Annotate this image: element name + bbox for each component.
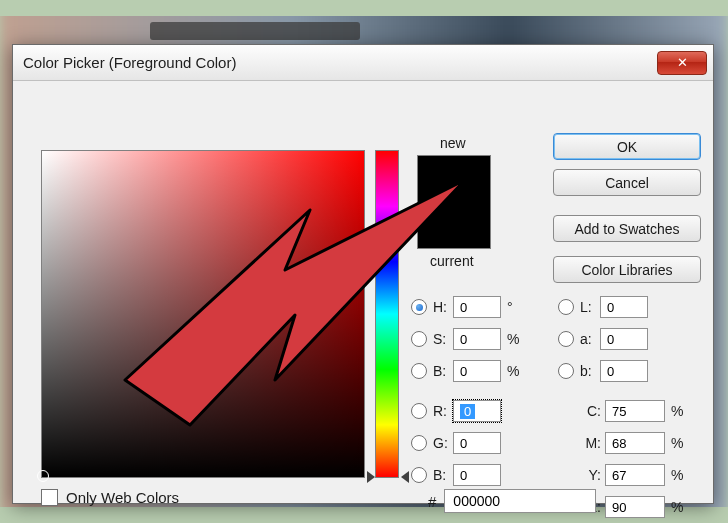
hue-input[interactable]: 0: [453, 296, 501, 318]
green-input[interactable]: 0: [453, 432, 501, 454]
add-to-swatches-button[interactable]: Add to Swatches: [553, 215, 701, 242]
hex-input[interactable]: 000000: [444, 489, 596, 513]
dialog-title: Color Picker (Foreground Color): [23, 54, 236, 71]
blue-label: B:: [433, 467, 453, 483]
c-input[interactable]: 75: [605, 400, 665, 422]
m-input[interactable]: 68: [605, 432, 665, 454]
l-radio[interactable]: [558, 299, 574, 315]
b-lab-input[interactable]: 0: [600, 360, 648, 382]
hue-label: H:: [433, 299, 453, 315]
green-radio[interactable]: [411, 435, 427, 451]
red-label: R:: [433, 403, 453, 419]
blue-input[interactable]: 0: [453, 464, 501, 486]
hue-unit: °: [507, 299, 513, 315]
current-color-label: current: [430, 253, 474, 269]
l-row: L: 0: [558, 295, 648, 319]
saturation-input[interactable]: 0: [453, 328, 501, 350]
saturation-label: S:: [433, 331, 453, 347]
c-row: C: 75 %: [577, 399, 683, 423]
hex-row: # 000000: [428, 489, 596, 513]
red-input[interactable]: 0: [453, 400, 501, 422]
l-input[interactable]: 0: [600, 296, 648, 318]
y-row: Y: 67 %: [577, 463, 683, 487]
b-lab-radio[interactable]: [558, 363, 574, 379]
only-web-colors-row: Only Web Colors: [41, 489, 179, 506]
y-input[interactable]: 67: [605, 464, 665, 486]
b-lab-label: b:: [580, 363, 600, 379]
b-lab-row: b: 0: [558, 359, 648, 383]
color-picker-dialog: Color Picker (Foreground Color) ✕ new cu…: [12, 44, 714, 504]
titlebar: Color Picker (Foreground Color) ✕: [13, 45, 713, 81]
a-radio[interactable]: [558, 331, 574, 347]
c-label: C:: [577, 403, 601, 419]
m-row: M: 68 %: [577, 431, 683, 455]
saturation-radio[interactable]: [411, 331, 427, 347]
a-row: a: 0: [558, 327, 648, 351]
saturation-brightness-field[interactable]: [41, 150, 365, 478]
green-label: G:: [433, 435, 453, 451]
a-label: a:: [580, 331, 600, 347]
brightness-unit: %: [507, 363, 519, 379]
new-color-label: new: [440, 135, 466, 151]
l-label: L:: [580, 299, 600, 315]
blue-row: B: 0: [411, 463, 501, 487]
k-unit: %: [671, 499, 683, 515]
cancel-button[interactable]: Cancel: [553, 169, 701, 196]
close-icon: ✕: [677, 55, 688, 70]
k-input[interactable]: 90: [605, 496, 665, 518]
blue-radio[interactable]: [411, 467, 427, 483]
hue-slider[interactable]: [375, 150, 399, 478]
color-preview-swatch[interactable]: [417, 155, 491, 249]
only-web-colors-label: Only Web Colors: [66, 489, 179, 506]
red-row: R: 0: [411, 399, 501, 423]
hue-indicator-left: [367, 471, 375, 483]
brightness-label: B:: [433, 363, 453, 379]
only-web-colors-checkbox[interactable]: [41, 489, 58, 506]
hex-hash: #: [428, 493, 436, 510]
color-libraries-button[interactable]: Color Libraries: [553, 256, 701, 283]
brightness-row: B: 0 %: [411, 359, 519, 383]
hue-row: H: 0 °: [411, 295, 513, 319]
brightness-radio[interactable]: [411, 363, 427, 379]
red-radio[interactable]: [411, 403, 427, 419]
c-unit: %: [671, 403, 683, 419]
color-marker: [37, 470, 49, 482]
y-unit: %: [671, 467, 683, 483]
hue-radio[interactable]: [411, 299, 427, 315]
dialog-content: new current OK Cancel Add to Swatches Co…: [13, 81, 713, 123]
close-button[interactable]: ✕: [657, 51, 707, 75]
green-row: G: 0: [411, 431, 501, 455]
m-unit: %: [671, 435, 683, 451]
saturation-unit: %: [507, 331, 519, 347]
brightness-input[interactable]: 0: [453, 360, 501, 382]
ok-button[interactable]: OK: [553, 133, 701, 160]
y-label: Y:: [577, 467, 601, 483]
a-input[interactable]: 0: [600, 328, 648, 350]
m-label: M:: [577, 435, 601, 451]
saturation-row: S: 0 %: [411, 327, 519, 351]
hue-indicator-right: [401, 471, 409, 483]
